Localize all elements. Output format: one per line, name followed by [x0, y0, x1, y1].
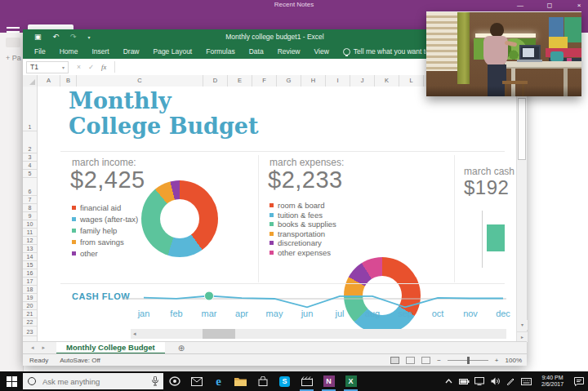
row-header-2[interactable]: 2 — [23, 131, 37, 153]
enter-icon[interactable]: ✓ — [88, 63, 94, 71]
namebox-dropdown-icon[interactable]: ▾ — [62, 64, 65, 70]
start-button[interactable] — [0, 371, 23, 391]
onenote-page-thumbnail[interactable] — [6, 38, 20, 47]
row-header-10[interactable]: 10 — [23, 220, 37, 229]
normal-view-icon[interactable] — [390, 357, 399, 364]
row-header-3[interactable]: 3 — [23, 153, 37, 162]
zoom-slider[interactable] — [448, 360, 488, 361]
column-header-D[interactable]: D — [203, 75, 228, 87]
action-center-button[interactable] — [572, 371, 586, 391]
name-box[interactable]: T1 ▾ — [26, 61, 69, 73]
cancel-icon[interactable]: × — [77, 63, 81, 71]
ribbon-tab-file[interactable]: File — [34, 47, 46, 56]
worksheet-area[interactable]: Monthly College Budget march income: $2,… — [38, 87, 516, 341]
column-header-A[interactable]: A — [38, 75, 60, 87]
ribbon-tab-home[interactable]: Home — [60, 47, 78, 56]
ribbon-tab-formulas[interactable]: Formulas — [206, 47, 234, 56]
cortana-search-box[interactable] — [23, 373, 163, 389]
row-header-11[interactable]: 11 — [23, 229, 37, 237]
undo-icon[interactable]: ↶ — [53, 29, 60, 44]
chart-horizontal-scrollbar[interactable]: ◂ — [131, 329, 506, 339]
zoom-level[interactable]: 100% — [506, 357, 522, 364]
clock[interactable]: 9:40 PM 2/6/2017 — [537, 375, 568, 389]
mail-button[interactable] — [185, 371, 207, 391]
task-view-button[interactable] — [163, 371, 185, 391]
row-header-5[interactable]: 5 — [23, 170, 37, 178]
column-header-F[interactable]: F — [252, 75, 277, 87]
ribbon-tab-view[interactable]: View — [314, 47, 329, 56]
row-header-12[interactable]: 12 — [23, 237, 37, 245]
skype-button[interactable]: S — [274, 371, 296, 391]
ribbon-tab-draw[interactable]: Draw — [123, 47, 140, 56]
onenote-taskbar-button[interactable]: N — [318, 371, 340, 391]
ribbon-tab-data[interactable]: Data — [249, 47, 264, 56]
sheet-next-icon[interactable]: ▸ — [42, 344, 46, 351]
store-button[interactable] — [252, 371, 274, 391]
save-icon[interactable]: ▣ — [34, 29, 42, 44]
row-header-7[interactable]: 7 — [23, 196, 37, 204]
ribbon-tab-page-layout[interactable]: Page Layout — [154, 47, 193, 56]
row-header-20[interactable]: 20 — [23, 302, 37, 310]
row-header-21[interactable]: 21 — [23, 310, 37, 318]
excel-taskbar-button[interactable]: X — [340, 371, 362, 391]
ribbon-tab-insert[interactable]: Insert — [91, 47, 109, 56]
row-header-6[interactable]: 6 — [23, 178, 37, 196]
page-layout-view-icon[interactable] — [406, 357, 415, 364]
page-break-view-icon[interactable] — [421, 357, 430, 364]
minimize-icon[interactable]: — — [514, 0, 526, 11]
row-header-13[interactable]: 13 — [23, 245, 37, 253]
qat-dropdown-icon[interactable]: ▾ — [88, 34, 91, 40]
insert-function-icon[interactable]: fx — [101, 63, 106, 71]
row-header-22[interactable]: 22 — [23, 318, 37, 327]
column-header-J[interactable]: J — [350, 75, 375, 87]
microphone-icon[interactable] — [152, 376, 158, 386]
tray-expand-button[interactable] — [442, 371, 455, 391]
column-header-G[interactable]: G — [277, 75, 301, 87]
sheet-prev-icon[interactable]: ◂ — [31, 344, 34, 351]
close-icon[interactable]: × — [573, 0, 585, 11]
column-header-I[interactable]: I — [326, 75, 350, 87]
movies-tv-button[interactable] — [296, 371, 318, 391]
tell-me-box[interactable]: Tell me what you want to do — [343, 47, 439, 56]
redo-icon[interactable]: ↷ — [70, 29, 77, 44]
row-header-14[interactable]: 14 — [23, 253, 37, 261]
scroll-left-icon[interactable]: ◂ — [133, 329, 136, 339]
row-header-9[interactable]: 9 — [23, 212, 37, 220]
column-header-L[interactable]: L — [399, 75, 424, 87]
row-header-23[interactable]: 23 — [23, 327, 37, 336]
column-header-E[interactable]: E — [228, 75, 252, 87]
row-header-18[interactable]: 18 — [23, 286, 37, 294]
ribbon-tab-review[interactable]: Review — [278, 47, 301, 56]
pen-button[interactable] — [504, 371, 517, 391]
touch-keyboard-button[interactable] — [519, 371, 532, 391]
column-header-B[interactable]: B — [60, 75, 77, 87]
cast-button[interactable] — [473, 371, 486, 391]
row-header-17[interactable]: 17 — [23, 278, 37, 286]
column-header-H[interactable]: H — [301, 75, 326, 87]
video-overlay-window[interactable] — [426, 11, 581, 96]
column-header-K[interactable]: K — [375, 75, 399, 87]
row-header-16[interactable]: 16 — [23, 269, 37, 278]
edge-button[interactable]: e — [207, 371, 229, 391]
select-all-corner[interactable] — [23, 75, 38, 87]
vscrollbar-thumb[interactable] — [518, 98, 526, 160]
zoom-out-icon[interactable]: − — [437, 357, 441, 364]
add-sheet-icon[interactable]: ⊕ — [178, 344, 185, 353]
row-header-8[interactable]: 8 — [23, 204, 37, 212]
add-page-button[interactable]: + Pa — [6, 54, 23, 62]
file-explorer-button[interactable] — [229, 371, 252, 391]
search-input[interactable] — [41, 376, 140, 387]
volume-button[interactable] — [488, 371, 501, 391]
row-header-19[interactable]: 19 — [23, 294, 37, 302]
restore-icon[interactable]: ◻ — [544, 0, 555, 11]
row-header-15[interactable]: 15 — [23, 261, 37, 269]
column-header-C[interactable]: C — [77, 75, 203, 87]
battery-button[interactable] — [457, 371, 470, 391]
scroll-down-icon[interactable]: ▾ — [517, 320, 528, 330]
zoom-in-icon[interactable]: + — [495, 357, 499, 364]
row-header-4[interactable]: 4 — [23, 162, 37, 170]
row-header-1[interactable]: 1 — [23, 87, 37, 131]
scrollbar-thumb[interactable] — [203, 329, 235, 339]
sheet-tab[interactable]: Monthly College Budget — [56, 342, 165, 354]
vertical-scrollbar[interactable]: ▴ ▾ ▸ — [516, 87, 527, 341]
